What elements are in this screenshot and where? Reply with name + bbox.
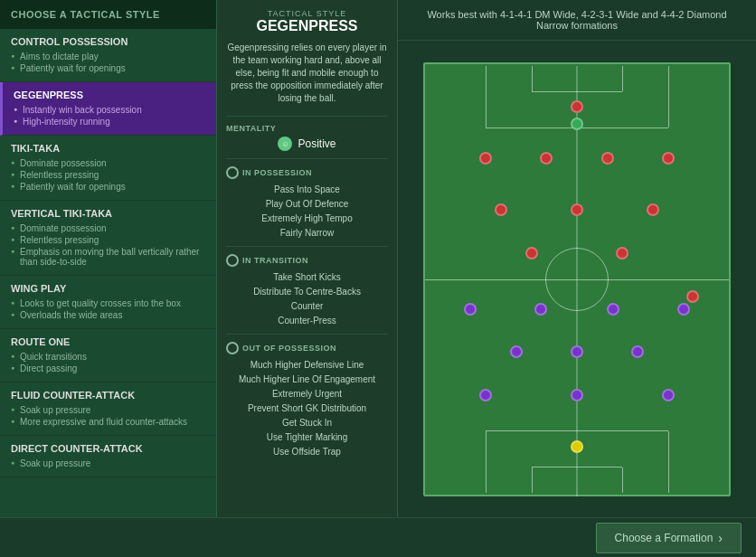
tactic-item-fluid-counter-attack[interactable]: FLUID COUNTER-ATTACKSoak up pressureMore… [0, 382, 216, 436]
player-dot [662, 152, 675, 165]
tactic-bullet: Relentless pressing [11, 234, 205, 246]
tactic-title: WING PLAY [11, 283, 205, 294]
middle-panel: TACTICAL STYLE GEGENPRESS Gegenpressing … [217, 0, 398, 517]
sidebar-header: CHOOSE A TACTICAL STYLE [0, 0, 216, 29]
out-of-possession-item: Use Tighter Marking [226, 430, 388, 445]
out-of-possession-icon [226, 342, 239, 354]
player-dot [525, 247, 538, 260]
tactic-bullet: Instantly win back possession [14, 104, 205, 116]
tactic-title: DIRECT COUNTER-ATTACK [11, 443, 205, 454]
player-dot [510, 345, 523, 358]
football-pitch [423, 62, 731, 496]
tactic-bullet: More expressive and fluid counter-attack… [11, 416, 205, 428]
right-panel: Works best with 4-1-4-1 DM Wide, 4-2-3-1… [398, 0, 756, 517]
tactic-item-control-possession[interactable]: CONTROL POSSESSIONAims to dictate playPa… [0, 29, 216, 82]
player-dot [677, 303, 690, 316]
player-dot [540, 152, 553, 165]
tactic-item-gegenpress[interactable]: GEGENPRESSInstantly win back possessionH… [0, 82, 216, 136]
player-dot [495, 203, 507, 216]
in-possession-label: IN POSSESSION [226, 166, 388, 179]
pitch-container [398, 41, 756, 517]
tactic-bullet: Emphasis on moving the ball vertically r… [11, 246, 205, 268]
in-possession-item: Pass Into Space [226, 183, 388, 197]
player-dot-striker [571, 440, 583, 453]
out-of-possession-label: OUT OF POSSESSION [226, 342, 388, 354]
out-of-possession-item: Much Higher Line Of Engagement [226, 373, 388, 387]
tactic-bullet: Dominate possession [11, 157, 205, 169]
mentality-icon: ☺ [278, 137, 292, 151]
tactic-item-wing-play[interactable]: WING PLAYLooks to get quality crosses in… [0, 276, 216, 329]
in-possession-item: Play Out Of Defence [226, 197, 388, 212]
tactic-bullets: Soak up pressureMore expressive and flui… [11, 404, 205, 428]
mentality-value: Positive [298, 137, 335, 150]
tactic-bullets: Looks to get quality crosses into the bo… [11, 297, 205, 321]
tactic-title: ROUTE ONE [11, 336, 205, 347]
tactic-bullet: Aims to dictate play [11, 51, 205, 62]
player-dot [601, 152, 614, 165]
tactical-description: Gegenpressing relies on every player in … [226, 42, 388, 105]
tactic-bullet: Soak up pressure [11, 404, 205, 416]
tactic-title: TIKI-TAKA [11, 143, 205, 154]
tactic-item-direct-counter-attack[interactable]: DIRECT COUNTER-ATTACKSoak up pressure [0, 436, 216, 477]
tactic-bullet: Quick transitions [11, 351, 205, 363]
formation-header: Works best with 4-1-4-1 DM Wide, 4-2-3-1… [398, 0, 756, 41]
tactic-bullets: Dominate possessionRelentless pressingEm… [11, 222, 205, 268]
tactic-title: VERTICAL TIKI-TAKA [11, 208, 205, 219]
player-dot [464, 303, 477, 316]
player-dot [647, 203, 659, 216]
in-possession-items: Pass Into SpacePlay Out Of DefenceExtrem… [226, 183, 388, 241]
tactic-bullet: Patiently wait for openings [11, 181, 205, 193]
player-dot [479, 389, 492, 401]
out-of-possession-item: Prevent Short GK Distribution [226, 401, 388, 416]
in-transition-item: Distribute To Centre-Backs [226, 285, 388, 299]
player-dot [686, 290, 699, 303]
player-dot-gk [571, 118, 583, 130]
bottom-bar: Choose a Formation › [0, 517, 756, 557]
player-dot [607, 303, 619, 316]
in-transition-items: Take Short KicksDistribute To Centre-Bac… [226, 270, 388, 328]
tactics-sidebar: CHOOSE A TACTICAL STYLE CONTROL POSSESSI… [0, 0, 217, 517]
in-possession-item: Fairly Narrow [226, 226, 388, 241]
out-of-possession-item: Get Stuck In [226, 416, 388, 430]
out-of-possession-items: Much Higher Defensive LineMuch Higher Li… [226, 358, 388, 459]
player-dot [571, 389, 583, 401]
tactic-item-tiki-taka[interactable]: TIKI-TAKADominate possessionRelentless p… [0, 136, 216, 201]
tactic-bullets: Aims to dictate playPatiently wait for o… [11, 51, 205, 74]
tactic-title: FLUID COUNTER-ATTACK [11, 390, 205, 401]
tactic-bullet: High-intensity running [14, 116, 205, 127]
tactic-bullets: Quick transitionsDirect passing [11, 351, 205, 374]
player-dot [571, 100, 583, 113]
mentality-label: MENTALITY [226, 124, 388, 133]
tactic-bullet: Overloads the wide areas [11, 309, 205, 321]
choose-formation-label: Choose a Formation [615, 532, 713, 544]
tactic-bullets: Dominate possessionRelentless pressingPa… [11, 157, 205, 193]
tactic-bullets: Instantly win back possessionHigh-intens… [14, 104, 205, 127]
tactic-item-route-one[interactable]: ROUTE ONEQuick transitionsDirect passing [0, 329, 216, 382]
tactical-style-label: TACTICAL STYLE [226, 9, 388, 18]
in-possession-icon [226, 166, 239, 179]
out-of-possession-item: Use Offside Trap [226, 445, 388, 459]
tactical-style-name: GEGENPRESS [226, 18, 388, 34]
player-dot [616, 247, 628, 260]
player-dot [631, 345, 644, 358]
tactic-bullet: Patiently wait for openings [11, 62, 205, 74]
tactic-item-vertical-tiki-taka[interactable]: VERTICAL TIKI-TAKADominate possessionRel… [0, 201, 216, 276]
chevron-right-icon: › [718, 531, 723, 545]
tactic-bullets: Soak up pressure [11, 458, 205, 469]
in-transition-item: Take Short Kicks [226, 270, 388, 285]
in-transition-item: Counter-Press [226, 314, 388, 328]
tactic-bullet: Soak up pressure [11, 458, 205, 469]
tactic-title: GEGENPRESS [14, 90, 205, 100]
choose-formation-button[interactable]: Choose a Formation › [596, 523, 742, 553]
in-possession-item: Extremely High Tempo [226, 212, 388, 226]
in-transition-label: IN TRANSITION [226, 254, 388, 267]
tactic-bullet: Looks to get quality crosses into the bo… [11, 297, 205, 309]
in-transition-item: Counter [226, 299, 388, 314]
player-dot [571, 345, 583, 358]
tactic-title: CONTROL POSSESSION [11, 36, 205, 47]
in-transition-icon [226, 254, 239, 267]
player-dot [571, 203, 583, 216]
tactics-list: CONTROL POSSESSIONAims to dictate playPa… [0, 29, 216, 477]
mentality-row: ☺ Positive [226, 137, 388, 151]
tactic-bullet: Relentless pressing [11, 169, 205, 181]
